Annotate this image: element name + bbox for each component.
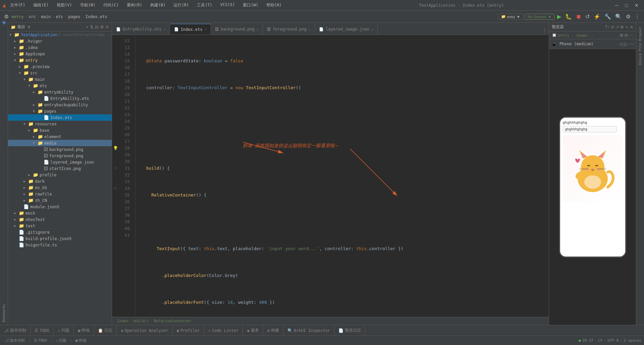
tab-entryability[interactable]: 📄 EntryAbility.ets ✕ [112, 24, 170, 35]
status-indent[interactable]: 2 spaces [624, 338, 641, 343]
sidebar-collapse-btn[interactable]: ⊟ [95, 24, 99, 30]
tree-item-entry[interactable]: ▼ 📁 entry [8, 57, 112, 63]
bottom-tab-problems[interactable]: ⚠ 问题 [54, 325, 74, 336]
preview-more-btn[interactable]: ⋯ [629, 33, 633, 38]
sidebar-close-btn[interactable]: ✕ [105, 24, 109, 30]
tree-item-layered[interactable]: 📄 layered_image.json [8, 159, 112, 165]
bottom-tab-build[interactable]: ⚙ 构建 [263, 325, 283, 336]
tree-item-gitignore[interactable]: 📄 .gitignore [8, 229, 112, 235]
tree-item-media[interactable]: ▼ 📁 media [8, 140, 112, 146]
tree-item-fg[interactable]: 🖼 foreground.png [8, 153, 112, 159]
preview-split-btn[interactable]: ⊟ [625, 33, 628, 38]
tab-more-btn[interactable]: ⋮ [541, 26, 549, 35]
settings-btn2[interactable]: ⚙ [625, 13, 632, 20]
preview-font-btn[interactable]: T↑ [605, 25, 609, 30]
bottom-tab-previewlog[interactable]: 📄 预览日志 [334, 325, 365, 336]
tab-index-close[interactable]: ✕ [205, 27, 207, 31]
sidebar-add-btn[interactable]: + [86, 24, 89, 30]
bc-entry[interactable]: entry [11, 14, 23, 19]
tree-item-buildprofile[interactable]: 📄 build-profile.json5 [8, 235, 112, 242]
device-next-btn[interactable]: ▷ [624, 41, 628, 47]
tab-background[interactable]: 🖼 background.png ✕ [211, 24, 263, 35]
entry-dropdown[interactable]: 📁 entry ▼ [498, 13, 523, 20]
menu-run[interactable]: 运行(R) [172, 2, 190, 9]
tab-entryability-close[interactable]: ✕ [164, 27, 166, 31]
status-encoding[interactable]: UTF-8 [607, 338, 619, 343]
menu-build[interactable]: 构建(B) [149, 2, 167, 9]
bc-build[interactable]: build() [133, 319, 149, 323]
bc-pages[interactable]: pages [68, 14, 80, 19]
close-button[interactable]: ✕ [632, 2, 641, 9]
tree-item-hvigorfile[interactable]: 📄 hvigorfile.ts [8, 242, 112, 248]
preview-settings-btn[interactable]: ⚙ [620, 25, 624, 30]
tree-item-dark[interactable]: ▶ 📁 dark [8, 178, 112, 184]
tree-item-entrybackup[interactable]: ▶ 📁 entrybackupability [8, 102, 112, 108]
bottom-tab-versioncontrol[interactable]: ⎇ 版本控制 [0, 325, 31, 336]
tree-item-ets[interactable]: ▼ 📁 ets [8, 82, 112, 89]
menu-edit[interactable]: 编辑(E) [32, 2, 50, 9]
menu-refactor[interactable]: 重构(R) [125, 2, 144, 9]
tree-item-modulejson[interactable]: 📄 module.json5 [8, 204, 112, 210]
bc-ets[interactable]: ets [56, 14, 63, 19]
side-tab-project[interactable]: 项目 [0, 24, 8, 30]
bc-index[interactable]: Index.ets [86, 14, 107, 19]
status-todo[interactable]: ☰ TODO [32, 338, 49, 343]
tools-button[interactable]: 🔧 [603, 13, 612, 20]
preview-share-btn[interactable]: ↗ [615, 25, 619, 30]
tree-item-element[interactable]: ▶ 📁 element [8, 133, 112, 140]
tree-item-zhcn[interactable]: ▶ 📁 zh_CN [8, 197, 112, 204]
tab-layered[interactable]: 📄 layered_image.json ✕ [315, 24, 378, 35]
bc-relcontainer[interactable]: RelativeContainer [154, 319, 192, 323]
bottom-tab-profiler[interactable]: ◉ Profiler [173, 325, 204, 336]
status-problems[interactable]: ⚠ 问题 [54, 338, 69, 343]
bottom-tab-todo[interactable]: ☰ TODO [31, 325, 54, 336]
tab-background-close[interactable]: ✕ [257, 27, 259, 31]
tree-root[interactable]: ▼ 📁 TestApplication E:\nana\Desktop\Test… [8, 32, 112, 38]
device-dropdown[interactable]: No Devices ▼ [525, 14, 554, 20]
fold-icon-34[interactable]: ⊟ [114, 185, 116, 192]
debug-button[interactable]: 🐛 [564, 13, 573, 20]
menu-vcs[interactable]: VCS(S) [219, 2, 236, 9]
tab-layered-close[interactable]: ✕ [371, 27, 373, 31]
bottom-tab-log[interactable]: 📋 日志 [94, 325, 117, 336]
bottom-tab-terminal[interactable]: ▣ 终端 [74, 325, 94, 336]
bottom-tab-operation-analyzer[interactable]: ◈ Operation Analyzer [117, 325, 172, 336]
menu-view[interactable]: 视图(V) [55, 2, 73, 9]
tree-item-rawfile[interactable]: ▶ 📁 rawfile [8, 191, 112, 197]
profile-button[interactable]: ⚡ [592, 13, 602, 20]
side-tab-bookmarks[interactable]: Bookmarks [1, 301, 7, 325]
bottom-tab-arkui[interactable]: 🔍 ArkUI Inspector [283, 325, 334, 336]
menu-help[interactable]: 帮助(H) [265, 2, 283, 9]
more-btn[interactable]: ⋮ [633, 13, 641, 20]
bottom-tab-services[interactable]: ◆ 服务 [243, 325, 263, 336]
tree-item-base[interactable]: ▶ 📁 base [8, 127, 112, 133]
tree-item-resources[interactable]: ▼ 📁 resources [8, 121, 112, 127]
stop-button[interactable]: ⏹ [575, 13, 583, 20]
device-more-btn[interactable]: ⋯ [629, 41, 634, 47]
tree-item-preview[interactable]: ▶ 📁 .preview [8, 63, 112, 70]
status-lf[interactable]: LF [598, 338, 602, 343]
tree-item-test[interactable]: ▶ 📁 test [8, 223, 112, 229]
tab-index[interactable]: 📄 Index.ets ✕ [170, 24, 211, 35]
tree-item-profile[interactable]: ▶ 📁 profile [8, 172, 112, 178]
menu-window[interactable]: 窗口(W) [241, 2, 260, 9]
sidebar-settings-btn[interactable]: ⚙ [100, 24, 104, 30]
status-terminal[interactable]: ▣ 终端 [73, 338, 88, 343]
tree-item-enus[interactable]: ▶ 📁 en_US [8, 184, 112, 191]
maximize-button[interactable]: □ [623, 2, 631, 9]
settings-icon[interactable]: ⚙ [3, 13, 10, 20]
tree-item-idea[interactable]: ▶ 📁 .idea [8, 44, 112, 51]
tree-item-appscope[interactable]: ▶ 📁 AppScope [8, 51, 112, 57]
bc-src[interactable]: src [29, 14, 36, 19]
menu-nav[interactable]: 导航(N) [79, 2, 97, 9]
device-prev-btn[interactable]: ◁ [619, 41, 623, 47]
menu-tools[interactable]: 工具(T) [196, 2, 214, 9]
tree-item-src[interactable]: ▼ 📁 src [8, 70, 112, 76]
dropdown-arrow-sidebar[interactable]: ▼ [28, 25, 30, 29]
side-tab-device-browser[interactable]: Device File Browser [637, 24, 643, 68]
sidebar-sync-btn[interactable]: ⇅ [90, 24, 94, 30]
tree-item-index[interactable]: 📄 Index.ets [8, 114, 112, 121]
fold-icon-31[interactable]: ⊟ [114, 165, 116, 172]
tree-item-hvigor[interactable]: ▶ 📁 .hvigor [8, 38, 112, 44]
tree-item-pages[interactable]: ▼ 📁 pages [8, 108, 112, 114]
